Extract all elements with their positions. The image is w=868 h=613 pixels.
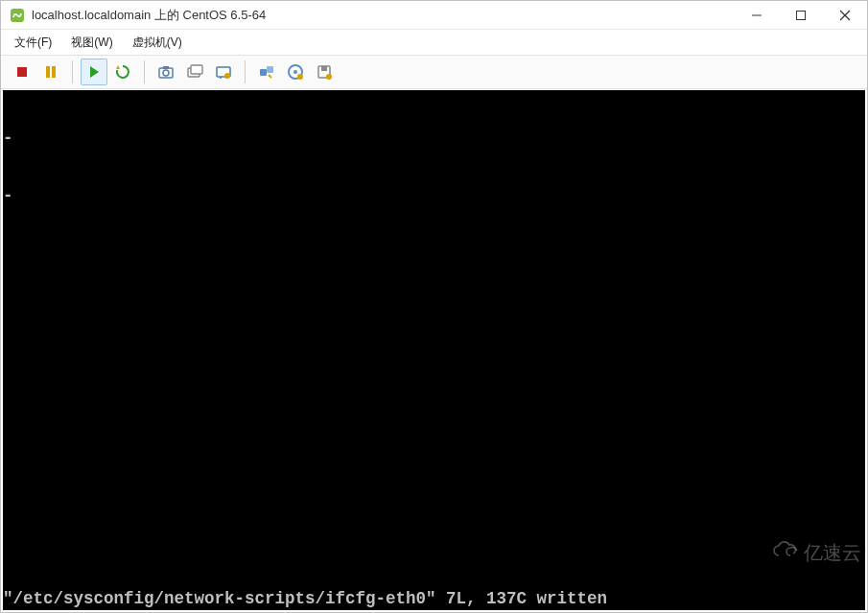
menu-vm[interactable]: 虚拟机(V) [125,33,190,53]
svg-rect-2 [797,11,806,19]
menu-view[interactable]: 视图(W) [63,33,120,53]
snapshot-button[interactable] [152,59,179,85]
menu-bar: 文件(F) 视图(W) 虚拟机(V) [1,30,867,55]
stop-button[interactable] [9,59,35,85]
svg-rect-12 [163,66,169,69]
pause-button[interactable] [37,59,64,85]
svg-point-16 [224,73,230,79]
toolbar-separator [144,60,145,83]
play-button[interactable] [81,59,107,85]
floppy-button[interactable] [311,59,338,85]
svg-rect-18 [267,66,273,73]
terminal-blank [3,244,865,551]
minimize-button[interactable] [735,1,779,29]
terminal-line: "/etc/sysconfig/network-scripts/ifcfg-et… [3,589,865,608]
maximize-button[interactable] [779,1,823,29]
app-icon [9,7,26,24]
toolbar-separator [245,60,246,83]
svg-rect-7 [52,66,56,78]
svg-rect-17 [260,69,267,76]
connect-device-button[interactable] [253,59,280,85]
svg-marker-9 [116,65,120,69]
snapshot-manager-button[interactable] [181,59,208,85]
vm-console[interactable]: - - "/etc/sysconfig/network-scripts/ifcf… [3,90,865,610]
terminal-line: - [3,186,865,205]
svg-point-24 [326,74,332,80]
svg-marker-8 [90,66,99,78]
title-bar: localhost.localdomain 上的 CentOS 6.5-64 [1,1,867,30]
toolbar [1,55,867,89]
svg-point-11 [163,70,169,76]
cdrom-button[interactable] [282,59,309,85]
svg-rect-23 [321,66,327,71]
svg-point-21 [297,74,303,80]
window-controls [735,1,867,29]
svg-rect-5 [17,67,27,77]
window-title: localhost.localdomain 上的 CentOS 6.5-64 [32,7,735,24]
close-button[interactable] [823,1,867,29]
svg-point-20 [293,70,297,74]
restart-button[interactable] [109,59,136,85]
svg-rect-14 [191,65,202,74]
terminal-line: - [3,129,865,148]
menu-file[interactable]: 文件(F) [7,33,59,53]
toolbar-separator [72,60,73,83]
vm-settings-button[interactable] [210,59,237,85]
svg-rect-6 [46,66,50,78]
